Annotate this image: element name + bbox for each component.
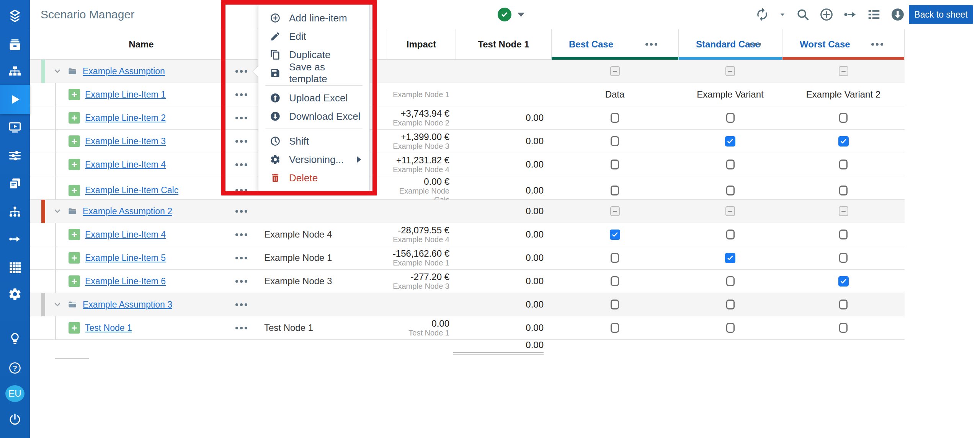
line-item-icon[interactable]: +: [69, 275, 80, 287]
checkbox-checked[interactable]: [610, 230, 620, 240]
column-header-worst-case[interactable]: Worst Case: [782, 29, 905, 59]
case-dots[interactable]: [871, 43, 883, 46]
sidebar-item-lightbulb[interactable]: [0, 324, 30, 353]
line-item-icon[interactable]: +: [69, 229, 80, 240]
checkbox-unchecked[interactable]: [839, 160, 848, 169]
checkbox-unchecked[interactable]: [611, 136, 619, 146]
checkbox-unchecked[interactable]: [611, 113, 619, 123]
toolbar-download-circle-icon[interactable]: [890, 7, 905, 22]
case-header-menu-dots[interactable]: [645, 43, 657, 46]
row-name-link[interactable]: Example Line-Item 6: [85, 276, 166, 287]
checkbox-unchecked[interactable]: [611, 276, 619, 286]
checkbox-indeterminate[interactable]: [725, 66, 735, 76]
row-menu-dots[interactable]: [235, 303, 247, 306]
line-item-icon[interactable]: +: [69, 89, 80, 100]
row-menu-dots[interactable]: [235, 93, 247, 96]
row-menu-dots[interactable]: [235, 189, 247, 192]
checkbox-checked[interactable]: [725, 136, 735, 147]
chevron-down-icon[interactable]: [53, 67, 62, 76]
row-menu-dots[interactable]: [235, 117, 247, 119]
sidebar-item-play[interactable]: [0, 85, 30, 114]
checkbox-indeterminate[interactable]: [839, 206, 848, 216]
menu-item-save-as-template[interactable]: Save as template: [258, 64, 369, 82]
row-menu-dots[interactable]: [235, 163, 247, 166]
checkbox-unchecked[interactable]: [839, 253, 848, 263]
line-item-icon[interactable]: +: [69, 135, 80, 147]
checkbox-unchecked[interactable]: [726, 113, 735, 123]
case-dots[interactable]: [749, 43, 761, 46]
case-header-menu-dots[interactable]: [749, 43, 761, 46]
row-menu-dots[interactable]: [235, 233, 247, 236]
row-name-link[interactable]: Example Line-Item 2: [85, 113, 166, 123]
checkbox-unchecked[interactable]: [611, 300, 619, 309]
sidebar-item-gear[interactable]: [0, 280, 30, 308]
line-item-icon[interactable]: +: [69, 185, 80, 196]
sidebar-item-network[interactable]: [0, 198, 30, 226]
checkbox-indeterminate[interactable]: [610, 206, 620, 216]
checkbox-unchecked[interactable]: [611, 186, 619, 195]
line-item-icon[interactable]: +: [69, 252, 80, 264]
sidebar-item-grid[interactable]: [0, 253, 30, 282]
checkbox-unchecked[interactable]: [611, 253, 619, 263]
row-name-link[interactable]: Example Line-Item 5: [85, 253, 166, 263]
menu-item-delete[interactable]: Delete: [258, 169, 369, 187]
checkbox-unchecked[interactable]: [839, 230, 848, 239]
row-menu-dots[interactable]: [235, 140, 247, 143]
row-name-link[interactable]: Example Line-Item Calc: [85, 185, 178, 195]
checkbox-checked[interactable]: [725, 253, 735, 263]
column-header-best-case[interactable]: Best Case: [551, 29, 678, 59]
sidebar-item-layers-logo[interactable]: [0, 2, 30, 30]
checkbox-indeterminate[interactable]: [839, 66, 848, 76]
row-name-link[interactable]: Example Assumption 2: [83, 206, 172, 217]
back-to-sheet-button[interactable]: Back to sheet: [909, 5, 973, 24]
line-item-icon[interactable]: +: [69, 159, 80, 170]
sidebar-item-power[interactable]: [0, 405, 30, 434]
checkbox-unchecked[interactable]: [839, 186, 848, 195]
row-name-link[interactable]: Test Node 1: [85, 323, 132, 333]
row-name-link[interactable]: Example Line-Item 4: [85, 160, 166, 170]
checkbox-checked[interactable]: [838, 276, 849, 287]
row-name-link[interactable]: Example Line-Item 3: [85, 136, 166, 147]
checkbox-unchecked[interactable]: [726, 186, 735, 195]
row-name-link[interactable]: Example Assumption: [83, 66, 165, 77]
case-header-menu-dots[interactable]: [871, 43, 883, 46]
sidebar-item-transfer[interactable]: [0, 225, 30, 253]
checkbox-indeterminate[interactable]: [725, 206, 735, 216]
column-header-standard-case[interactable]: Standard Case: [678, 29, 782, 59]
row-menu-dots[interactable]: [235, 210, 247, 213]
toolbar-plus-circle-icon[interactable]: [819, 7, 834, 22]
sidebar-item-hierarchy[interactable]: [0, 57, 30, 86]
checkbox-unchecked[interactable]: [839, 300, 848, 309]
toolbar-search-icon[interactable]: [795, 7, 810, 22]
sidebar-item-help[interactable]: ?: [0, 354, 30, 382]
row-menu-dots[interactable]: [235, 280, 247, 283]
checkbox-unchecked[interactable]: [726, 300, 735, 309]
case-dots[interactable]: [645, 43, 657, 46]
toolbar-transfer-icon[interactable]: [843, 7, 858, 22]
checkbox-unchecked[interactable]: [726, 323, 735, 333]
menu-item-shift[interactable]: Shift: [258, 132, 369, 150]
row-menu-dots[interactable]: [235, 70, 247, 73]
toolbar-list-icon[interactable]: [867, 7, 881, 22]
line-item-icon[interactable]: +: [69, 112, 80, 124]
user-avatar[interactable]: EU: [5, 385, 24, 402]
row-name-link[interactable]: Example Assumption 3: [83, 300, 172, 310]
sidebar-item-avatar[interactable]: EU: [0, 379, 30, 408]
checkbox-unchecked[interactable]: [726, 230, 735, 239]
checkbox-unchecked[interactable]: [839, 323, 848, 333]
checkbox-unchecked[interactable]: [726, 160, 735, 169]
chevron-down-icon[interactable]: [53, 207, 62, 216]
checkbox-indeterminate[interactable]: [610, 66, 620, 76]
sidebar-item-video[interactable]: [0, 113, 30, 142]
line-item-icon[interactable]: +: [69, 322, 80, 334]
row-name-link[interactable]: Example Line-Item 4: [85, 230, 166, 240]
sidebar-item-archive[interactable]: [0, 31, 30, 59]
menu-item-edit[interactable]: Edit: [258, 27, 369, 46]
toolbar-caret-down-icon[interactable]: [779, 11, 786, 18]
toolbar-refresh-icon[interactable]: [755, 7, 769, 22]
row-menu-dots[interactable]: [235, 257, 247, 259]
row-name-link[interactable]: Example Line-Item 1: [85, 90, 166, 100]
checkbox-unchecked[interactable]: [611, 323, 619, 333]
checkbox-unchecked[interactable]: [726, 276, 735, 286]
menu-item-add-line-item[interactable]: Add line-item: [258, 9, 369, 27]
